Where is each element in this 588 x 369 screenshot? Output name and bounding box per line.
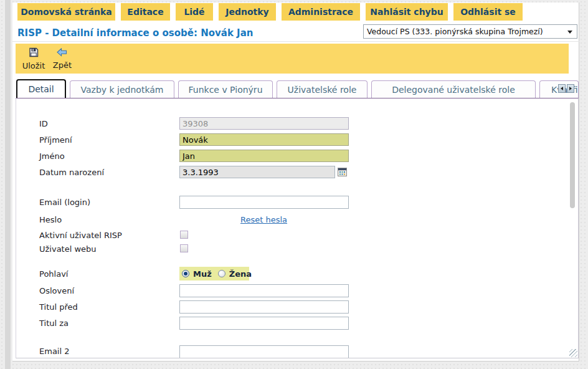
caret-left-icon (561, 87, 563, 90)
id-field[interactable] (179, 117, 349, 130)
password-label: Heslo (39, 215, 62, 224)
resize-grip-icon[interactable] (569, 349, 577, 357)
save-button-label: Uložit (22, 61, 45, 70)
salutation-field[interactable] (179, 284, 349, 297)
tab-scroll-left-button[interactable] (558, 84, 566, 93)
nav-button-jednotky[interactable]: Jednotky (219, 3, 276, 21)
top-nav: Domovská stránka Editace Lidé Jednotky A… (17, 3, 523, 21)
web-user-checkbox[interactable] (180, 244, 188, 252)
email2-field[interactable] (179, 345, 349, 358)
tab-vazby-k-jednotkam[interactable]: Vazby k jednotkám (70, 80, 174, 98)
app-page: Domovská stránka Editace Lidé Jednotky A… (12, 2, 579, 362)
gender-radio-female[interactable] (218, 270, 225, 277)
tab-delegovane-uzivatelske-role[interactable]: Delegované uživatelské role (371, 80, 536, 98)
caret-down-icon (567, 31, 572, 34)
calendar-icon[interactable] (338, 167, 348, 177)
title-after-label: Titul za (39, 319, 69, 328)
gender-male-label: Muž (193, 269, 212, 279)
firstname-label: Jméno (39, 151, 65, 161)
nav-button-editace[interactable]: Editace (121, 3, 170, 21)
gender-radio-group: Muž Žena (179, 267, 249, 280)
surname-field[interactable] (179, 133, 349, 146)
gender-radio-male[interactable] (182, 270, 189, 277)
reset-password-link[interactable]: Reset hesla (240, 215, 287, 224)
firstname-field[interactable] (179, 150, 349, 162)
floppy-disk-icon (29, 47, 39, 60)
active-user-checkbox[interactable] (180, 231, 188, 239)
gender-label: Pohlaví (39, 269, 68, 279)
toolbar: Uložit Zpět (16, 44, 569, 74)
email2-label: Email 2 (39, 347, 69, 356)
web-user-label: Uživatel webu (39, 244, 97, 254)
tab-strip: Detail Vazby k jednotkám Funkce v Pionýr… (16, 80, 579, 98)
title-before-label: Titul před (39, 302, 78, 312)
email-login-field[interactable] (179, 196, 349, 209)
role-select[interactable]: Vedoucí PS (333. pionýrská skupina Trojm… (363, 24, 577, 39)
gender-female-label: Žena (229, 269, 252, 279)
nav-button-nahlasit-chybu[interactable]: Nahlásit chybu (366, 3, 448, 21)
back-arrow-icon (57, 47, 68, 59)
tab-funkce-v-pionyru[interactable]: Funkce v Pionýru (178, 80, 273, 98)
email-login-label: Email (login) (39, 198, 90, 207)
page-title: RISP - Detailní informace o osobě: Novák… (17, 27, 253, 39)
tab-uzivatelske-role[interactable]: Uživatelské role (277, 80, 368, 98)
tab-detail[interactable]: Detail (16, 79, 66, 98)
back-button[interactable]: Zpět (48, 46, 77, 72)
surname-label: Příjmení (39, 135, 72, 145)
save-button[interactable]: Uložit (19, 46, 48, 72)
title-before-field[interactable] (179, 300, 349, 314)
title-after-field[interactable] (179, 317, 349, 330)
window-edge-strip (5, 0, 11, 369)
tab-scroll-right-button[interactable] (567, 84, 574, 93)
panel-scrollbar-thumb[interactable] (570, 102, 575, 208)
nav-button-odhlasit-se[interactable]: Odhlásit se (453, 3, 523, 21)
detail-tab-panel: ID Příjmení Jméno Datum narození Email (… (16, 98, 579, 358)
active-user-label: Aktivní uživatel RISP (39, 231, 122, 240)
title-separator (12, 41, 579, 42)
nav-button-home[interactable]: Domovská stránka (17, 3, 115, 21)
role-select-value: Vedoucí PS (333. pionýrská skupina Trojm… (367, 27, 543, 36)
caret-right-icon (569, 87, 572, 90)
id-label: ID (39, 119, 48, 128)
nav-button-lide[interactable]: Lidé (176, 3, 213, 21)
birthdate-field[interactable] (179, 166, 335, 178)
birthdate-label: Datum narození (39, 168, 104, 177)
salutation-label: Oslovení (39, 286, 74, 295)
nav-button-administrace[interactable]: Administrace (282, 3, 360, 21)
back-button-label: Zpět (53, 60, 72, 70)
